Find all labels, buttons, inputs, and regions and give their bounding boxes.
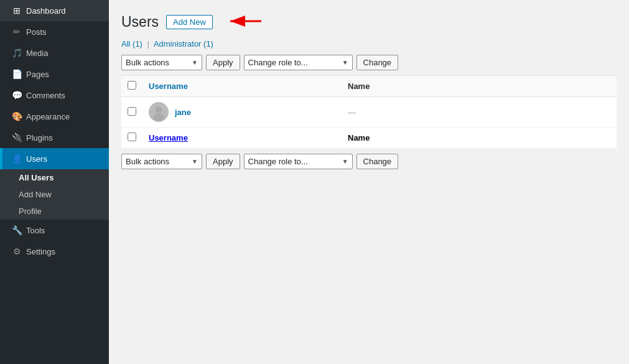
settings-icon: ⚙: [11, 246, 22, 256]
table-header-row: Username Name: [121, 76, 617, 97]
filter-links: All (1) | Administrator (1): [121, 39, 617, 49]
submenu-all-users[interactable]: All Users: [0, 169, 109, 186]
filter-all[interactable]: All (1): [121, 39, 142, 49]
svg-point-3: [153, 114, 164, 121]
username-footer-header[interactable]: Username: [142, 128, 342, 149]
sidebar-item-label: Pages: [26, 70, 49, 79]
sidebar-item-label: Posts: [26, 27, 47, 37]
sidebar-item-appearance[interactable]: 🎨 Appearance: [0, 106, 109, 127]
sidebar-item-label: Users: [26, 154, 47, 164]
sidebar-item-label: Settings: [26, 247, 55, 256]
dashboard-icon: ⊞: [11, 6, 22, 16]
sidebar-item-label: Appearance: [26, 112, 70, 121]
apply-top-button[interactable]: Apply: [206, 55, 240, 70]
change-top-button[interactable]: Change: [356, 55, 399, 70]
sidebar-item-label: Media: [26, 49, 48, 58]
avatar-cell: jane: [149, 102, 335, 122]
row-checkbox[interactable]: [128, 107, 136, 116]
media-icon: 🎵: [11, 48, 22, 58]
username-sort-link[interactable]: Username: [149, 82, 188, 91]
sidebar-item-label: Plugins: [26, 133, 53, 142]
sidebar-item-label: Tools: [26, 226, 45, 235]
users-table: Username Name: [121, 75, 617, 149]
name-footer-header: Name: [342, 128, 617, 149]
comments-icon: 💬: [11, 90, 22, 100]
bulk-actions-bottom-label: Bulk actions: [126, 157, 189, 166]
sidebar-item-posts[interactable]: ✏ Posts: [0, 21, 109, 42]
select-all-header[interactable]: [121, 76, 142, 97]
filter-separator: |: [147, 39, 149, 49]
plugins-icon: 🔌: [11, 133, 22, 142]
change-role-bottom-label: Change role to...: [248, 157, 340, 166]
sidebar-item-users[interactable]: 👤 Users: [0, 148, 109, 169]
change-role-bottom-select[interactable]: Change role to... ▼: [244, 154, 353, 169]
submenu-add-new[interactable]: Add New: [0, 186, 109, 203]
posts-icon: ✏: [11, 27, 22, 37]
bulk-actions-top-select[interactable]: Bulk actions ▼: [121, 55, 202, 70]
sidebar-item-media[interactable]: 🎵 Media: [0, 42, 109, 63]
change-role-top-select[interactable]: Change role to... ▼: [244, 55, 353, 70]
appearance-icon: 🎨: [11, 111, 22, 121]
filter-administrator[interactable]: Administrator (1): [154, 39, 213, 49]
table-footer-row: Username Name: [121, 128, 617, 149]
sidebar-item-dashboard[interactable]: ⊞ Dashboard: [0, 0, 109, 21]
change-role-top-chevron-icon: ▼: [342, 59, 348, 66]
bulk-actions-top-label: Bulk actions: [126, 58, 189, 67]
sidebar-item-plugins[interactable]: 🔌 Plugins: [0, 127, 109, 148]
main-content: Users Add New All (1) | Administrator (1…: [109, 0, 629, 364]
sidebar-item-pages[interactable]: 📄 Pages: [0, 63, 109, 85]
select-all-footer[interactable]: [121, 128, 142, 149]
apply-bottom-button[interactable]: Apply: [206, 154, 240, 169]
row-username-cell: jane: [142, 97, 342, 128]
tools-icon: 🔧: [11, 225, 22, 235]
page-title: Users: [121, 14, 159, 30]
bulk-actions-bottom-select[interactable]: Bulk actions ▼: [121, 154, 202, 169]
sidebar-item-label: Dashboard: [26, 6, 66, 16]
change-role-top-label: Change role to...: [248, 58, 340, 67]
sidebar-item-tools[interactable]: 🔧 Tools: [0, 220, 109, 241]
username-link[interactable]: jane: [175, 108, 191, 117]
users-submenu: All Users Add New Profile: [0, 169, 109, 220]
select-all-checkbox[interactable]: [128, 81, 136, 90]
add-new-button[interactable]: Add New: [166, 15, 213, 29]
toolbar-bottom: Bulk actions ▼ Apply Change role to... ▼…: [121, 154, 617, 169]
sidebar-item-label: Comments: [26, 91, 65, 100]
row-name-cell: —: [342, 97, 617, 128]
row-checkbox-cell[interactable]: [121, 97, 142, 128]
username-footer-sort-link[interactable]: Username: [149, 133, 188, 142]
sidebar-item-settings[interactable]: ⚙ Settings: [0, 241, 109, 262]
avatar-icon: [150, 103, 167, 121]
name-column-header: Name: [342, 76, 617, 97]
arrow-annotation: [224, 12, 268, 32]
users-icon: 👤: [11, 154, 22, 164]
page-header: Users Add New: [121, 12, 617, 32]
avatar: [149, 102, 169, 122]
name-value: —: [348, 108, 356, 117]
svg-point-2: [156, 106, 162, 113]
bulk-actions-top-chevron-icon: ▼: [192, 59, 198, 66]
username-column-header[interactable]: Username: [142, 76, 342, 97]
change-bottom-button[interactable]: Change: [356, 154, 399, 169]
pages-icon: 📄: [11, 69, 22, 79]
submenu-profile[interactable]: Profile: [0, 203, 109, 220]
table-row: jane —: [121, 97, 617, 128]
bulk-actions-bottom-chevron-icon: ▼: [192, 158, 198, 165]
change-role-bottom-chevron-icon: ▼: [342, 158, 348, 165]
sidebar: ⊞ Dashboard ✏ Posts 🎵 Media 📄 Pages 💬 Co…: [0, 0, 109, 364]
toolbar-top: Bulk actions ▼ Apply Change role to... ▼…: [121, 55, 617, 70]
sidebar-item-comments[interactable]: 💬 Comments: [0, 85, 109, 106]
select-all-footer-checkbox[interactable]: [128, 133, 136, 141]
